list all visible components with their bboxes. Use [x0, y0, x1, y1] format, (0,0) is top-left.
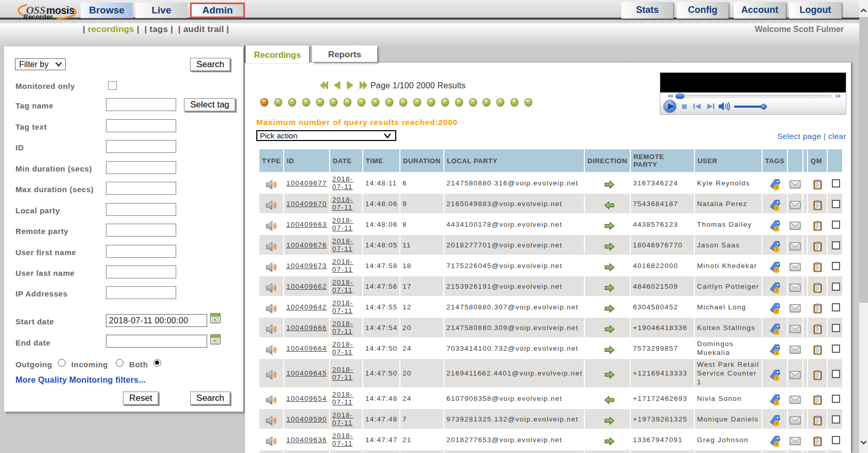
svg-text:Recorder: Recorder [23, 13, 53, 21]
